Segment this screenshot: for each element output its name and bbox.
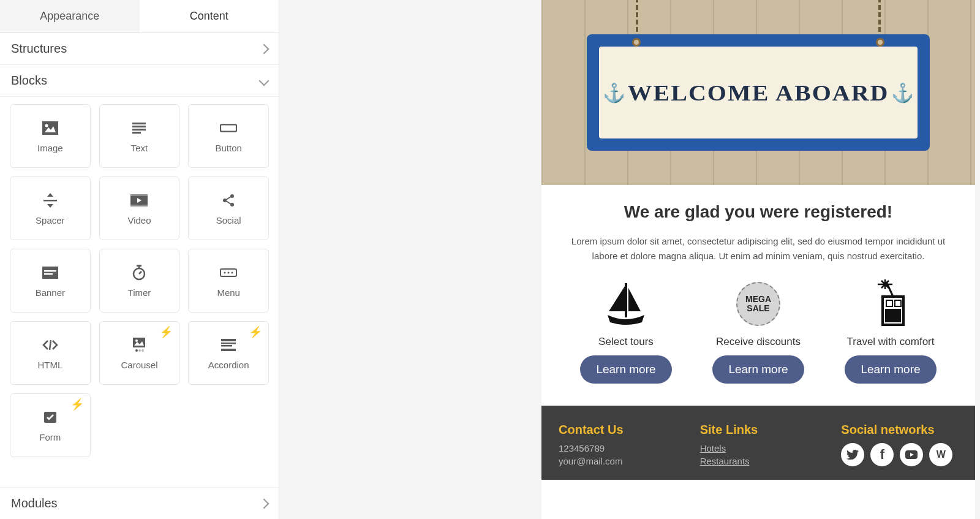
block-text-label: Text xyxy=(131,143,148,153)
button-icon xyxy=(220,119,237,137)
block-form-label: Form xyxy=(39,432,61,442)
body-text: Lorem ipsum dolor sit amet, consectetur … xyxy=(566,234,951,263)
text-icon xyxy=(130,119,148,137)
svg-rect-38 xyxy=(625,283,627,317)
block-menu-label: Menu xyxy=(217,287,240,298)
footer-contact-title: Contact Us xyxy=(559,423,676,437)
footer-contact: Contact Us 123456789 your@mail.com xyxy=(559,423,676,469)
carousel-icon xyxy=(130,336,148,354)
svg-rect-10 xyxy=(130,205,148,206)
content-section[interactable]: We are glad you were registered! Lorem i… xyxy=(541,185,975,406)
welcome-sign: ⚓ WELCOME ABOARD ⚓ xyxy=(587,34,930,151)
svg-rect-4 xyxy=(132,129,146,131)
svg-rect-33 xyxy=(221,339,236,341)
section-blocks[interactable]: Blocks xyxy=(0,65,279,97)
block-video-label: Video xyxy=(127,215,151,225)
tab-appearance[interactable]: Appearance xyxy=(0,0,140,32)
html-icon xyxy=(42,336,59,354)
block-form[interactable]: ⚡ Form xyxy=(10,393,91,457)
video-icon xyxy=(130,192,148,209)
canvas: ⚓ WELCOME ABOARD ⚓ We are glad you were … xyxy=(279,0,980,519)
block-image[interactable]: Image xyxy=(10,104,91,168)
block-timer[interactable]: Timer xyxy=(99,249,180,313)
bolt-icon: ⚡ xyxy=(159,325,173,339)
tab-content[interactable]: Content xyxy=(140,0,279,32)
svg-rect-0 xyxy=(42,121,58,135)
block-text[interactable]: Text xyxy=(99,104,180,168)
svg-rect-43 xyxy=(895,300,901,306)
feature-travel-comfort[interactable]: Travel with comfort Learn more xyxy=(831,279,951,384)
block-carousel[interactable]: ⚡ Carousel xyxy=(99,321,180,385)
spacer-icon xyxy=(42,192,59,209)
block-accordion[interactable]: ⚡ Accordion xyxy=(188,321,269,385)
footer-link-hotels[interactable]: Hotels xyxy=(700,443,817,453)
footer-links-title: Site Links xyxy=(700,423,817,437)
svg-rect-2 xyxy=(132,123,146,124)
block-video[interactable]: Video xyxy=(99,176,180,240)
section-modules[interactable]: Modules xyxy=(0,487,279,519)
section-structures[interactable]: Structures xyxy=(0,33,279,65)
block-timer-label: Timer xyxy=(128,287,151,298)
email-preview[interactable]: ⚓ WELCOME ABOARD ⚓ We are glad you were … xyxy=(541,0,975,519)
block-banner[interactable]: Banner xyxy=(10,249,91,313)
youtube-icon[interactable] xyxy=(900,443,923,466)
svg-rect-34 xyxy=(221,343,236,344)
svg-point-29 xyxy=(135,339,138,342)
hero-image[interactable]: ⚓ WELCOME ABOARD ⚓ xyxy=(541,0,975,185)
svg-rect-3 xyxy=(132,126,146,127)
anchor-icon: ⚓ xyxy=(891,82,914,104)
block-html[interactable]: HTML xyxy=(10,321,91,385)
svg-point-31 xyxy=(138,349,141,352)
form-icon xyxy=(42,409,59,426)
feature-label: Receive discounts xyxy=(716,336,801,348)
block-accordion-label: Accordion xyxy=(208,360,249,370)
block-spacer[interactable]: Spacer xyxy=(10,176,91,240)
svg-point-30 xyxy=(135,349,138,352)
footer[interactable]: Contact Us 123456789 your@mail.com Site … xyxy=(541,406,975,480)
svg-point-25 xyxy=(228,271,230,273)
svg-rect-6 xyxy=(221,124,236,131)
chevron-right-icon xyxy=(259,44,270,54)
sign-text: WELCOME ABOARD xyxy=(628,80,889,105)
learn-more-button[interactable]: Learn more xyxy=(580,355,671,384)
block-menu[interactable]: Menu xyxy=(188,249,269,313)
block-carousel-label: Carousel xyxy=(121,360,157,370)
sailboat-icon xyxy=(601,279,650,328)
svg-line-27 xyxy=(50,340,51,350)
sidebar: Appearance Content Structures Blocks Ima… xyxy=(0,0,279,519)
svg-line-14 xyxy=(226,197,231,200)
block-social[interactable]: Social xyxy=(188,176,269,240)
banner-icon xyxy=(42,264,59,281)
footer-link-restaurants[interactable]: Restaurants xyxy=(700,456,817,466)
block-spacer-label: Spacer xyxy=(36,215,65,225)
feature-label: Select tours xyxy=(598,336,654,348)
svg-rect-36 xyxy=(221,349,236,351)
svg-rect-28 xyxy=(133,338,145,347)
svg-rect-20 xyxy=(137,265,141,267)
bolt-icon: ⚡ xyxy=(70,398,84,411)
block-button[interactable]: Button xyxy=(188,104,269,168)
blocks-panel: Image Text Button Spacer Video Social xyxy=(0,97,279,487)
headline: We are glad you were registered! xyxy=(566,202,951,222)
facebook-icon[interactable]: f xyxy=(870,443,894,466)
drink-icon xyxy=(866,279,915,328)
block-button-label: Button xyxy=(215,143,241,153)
svg-point-26 xyxy=(232,271,233,273)
svg-rect-18 xyxy=(44,273,53,275)
svg-line-22 xyxy=(139,271,141,274)
svg-rect-35 xyxy=(221,345,232,347)
vk-icon[interactable]: W xyxy=(929,443,952,466)
learn-more-button[interactable]: Learn more xyxy=(712,355,804,384)
feature-select-tours[interactable]: Select tours Learn more xyxy=(566,279,686,384)
bolt-icon: ⚡ xyxy=(249,325,262,339)
features-row: Select tours Learn more MEGASALE Receive… xyxy=(566,279,951,384)
feature-receive-discounts[interactable]: MEGASALE Receive discounts Learn more xyxy=(698,279,818,384)
svg-point-1 xyxy=(45,124,48,127)
learn-more-button[interactable]: Learn more xyxy=(845,355,936,384)
section-modules-label: Modules xyxy=(11,496,58,510)
footer-social: Social networks f W xyxy=(841,423,958,469)
svg-rect-42 xyxy=(886,300,892,306)
twitter-icon[interactable] xyxy=(841,443,864,466)
svg-rect-7 xyxy=(43,200,57,202)
svg-line-15 xyxy=(226,201,231,204)
